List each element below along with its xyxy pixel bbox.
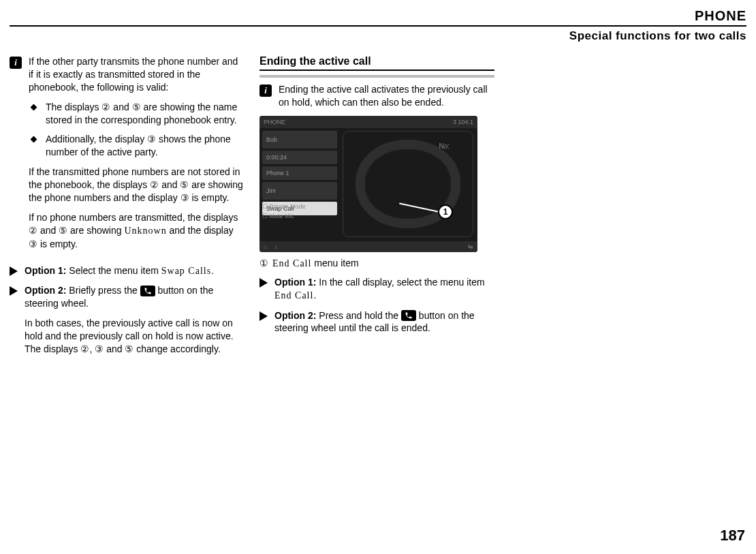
mock-sb-item: Jim — [262, 182, 337, 200]
text: Select the menu item — [66, 265, 161, 276]
step-arrow-icon — [10, 286, 18, 296]
diamond-bullet-icon — [31, 136, 37, 143]
column-left: i If the other party transmits the phone… — [10, 55, 245, 369]
info-intro: If the other party transmits the phone n… — [29, 55, 245, 94]
step-arrow-icon — [259, 278, 268, 288]
diamond-bullet-icon — [31, 104, 37, 110]
mock-bottombar: ⌂ ♪ ⇆ — [259, 241, 477, 252]
swap-calls-label: Swap Calls — [161, 266, 211, 276]
end-call-label: End Call — [274, 290, 313, 301]
mock-sb-item: Bob — [262, 131, 337, 149]
column-right — [509, 55, 744, 369]
column-middle: Ending the active call i Ending the acti… — [259, 55, 494, 369]
info-icon: i — [10, 57, 22, 69]
mock-title: PHONE — [264, 119, 285, 125]
para-not-stored: If the transmitted phone numbers are not… — [29, 166, 245, 204]
mock-sb-item: 0:00:24 — [262, 151, 337, 164]
step-option1: Option 1: In the call display, select th… — [259, 276, 494, 303]
phone-ui-screenshot: PHONE 3 104.1 Bob 0:00:24 Phone 1 Jim Sw… — [259, 116, 477, 252]
info-text: If the other party transmits the phone n… — [29, 55, 245, 258]
bullet-text: The displays ② and ⑤ are showing the nam… — [46, 101, 245, 127]
step-option1: Option 1: Select the menu item Swap Call… — [10, 264, 245, 278]
option-label: Option 2: — [25, 285, 66, 296]
mock-bottom-icon: ⇆ — [468, 243, 473, 250]
para-no-numbers: If no phone numbers are transmitted, the… — [29, 211, 245, 251]
mock-bottom-icon: ⌂ — [264, 243, 267, 250]
mock-topbar: PHONE 3 104.1 — [259, 116, 477, 128]
mock-no-label: No: — [439, 142, 450, 150]
bullet-item: The displays ② and ⑤ are showing the nam… — [29, 101, 245, 127]
info-block: i If the other party transmits the phone… — [10, 55, 245, 258]
heading-underline — [259, 75, 494, 78]
mock-sb-item: Phone 1 — [262, 166, 337, 180]
both-cases-para: In both cases, the previously active cal… — [25, 317, 245, 356]
step-arrow-icon — [10, 266, 18, 276]
end-call-label: End Call — [272, 258, 311, 268]
option-label: Option 1: — [25, 265, 66, 276]
callout-badge: 1 — [438, 204, 453, 219]
step-option2: Option 2: Briefly press the button on th… — [10, 284, 245, 362]
text: Briefly press the — [66, 285, 140, 296]
subheader: Special functions for two calls — [10, 29, 746, 43]
bullet-list: The displays ② and ⑤ are showing the nam… — [29, 101, 245, 159]
step-arrow-icon — [259, 311, 268, 321]
legend: ① End Call menu item — [259, 258, 494, 269]
mock-bottom-icon: ♪ — [274, 243, 277, 250]
bullet-text: Additionally, the display ③ shows the ph… — [46, 133, 245, 159]
page-number: 187 — [720, 527, 745, 544]
info-icon: i — [259, 84, 272, 97]
section-heading: Ending the active call — [259, 55, 494, 71]
text: . — [211, 265, 214, 276]
phone-button-icon — [401, 310, 416, 321]
mock-checkboxes: ☐ Private Mode ☐ Mute Mic — [262, 203, 306, 219]
phone-button-icon — [140, 286, 155, 296]
step-text: Option 1: In the call display, select th… — [274, 276, 494, 303]
option-label: Option 1: — [274, 277, 316, 288]
step-text: Option 2: Press and hold the button on t… — [274, 309, 494, 335]
info-block: i Ending the active call activates the p… — [259, 83, 494, 109]
bullet-item: Additionally, the display ③ shows the ph… — [29, 133, 245, 159]
step-text: Option 2: Briefly press the button on th… — [25, 284, 245, 362]
legend-number: ① — [259, 258, 268, 268]
text: In the call display, select the menu ite… — [316, 277, 484, 288]
unknown-label: Unknown — [124, 226, 166, 236]
option-label: Option 2: — [274, 310, 316, 321]
header: PHONE — [10, 8, 746, 27]
step-text: Option 1: Select the menu item Swap Call… — [25, 264, 245, 278]
step-option2: Option 2: Press and hold the button on t… — [259, 309, 494, 335]
header-title: PHONE — [695, 8, 746, 23]
mock-freq: 3 104.1 — [453, 119, 473, 125]
content-columns: i If the other party transmits the phone… — [10, 55, 746, 369]
mock-main-area: No: — [343, 131, 473, 237]
mock-chk-label: Mute Mic — [270, 213, 295, 219]
text: Press and hold the — [316, 310, 401, 321]
info-text: Ending the active call activates the pre… — [279, 83, 494, 109]
text: . — [313, 290, 316, 301]
legend-text: menu item — [311, 258, 358, 268]
mock-chk-label: Private Mode — [270, 203, 306, 210]
